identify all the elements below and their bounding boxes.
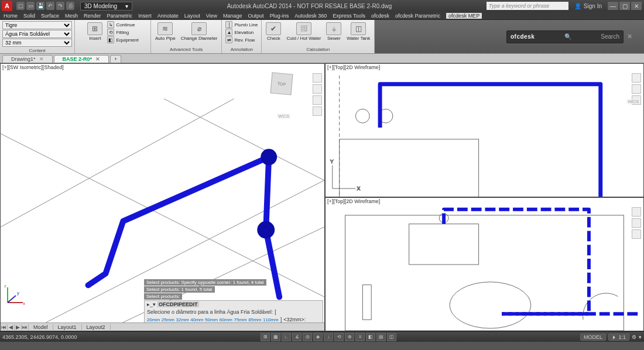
viewport-label-tr[interactable]: [+][Top][2D Wireframe] [326, 64, 381, 70]
polar-toggle[interactable]: ∡ [292, 333, 302, 341]
qat-open-icon[interactable]: ▭ [26, 2, 35, 10]
cmd-options[interactable]: 20mm 25mm 32mm 40mm 50mm 60mm 75mm 85mm … [147, 317, 279, 322]
menu-express-tools[interactable]: Express Tools [333, 13, 365, 19]
app-logo[interactable]: A [2, 1, 12, 11]
qat-new-icon[interactable]: ▢ [16, 2, 25, 10]
anno-scale-button[interactable]: ⏵ 1:1 [608, 334, 629, 341]
dyn-toggle[interactable]: ⊕ [345, 333, 354, 341]
cmd-option[interactable]: 20mm [147, 317, 160, 322]
workspace-combo[interactable]: 3D Modeling ▾ [80, 2, 132, 11]
viewport-sw-isometric[interactable]: [+][SW Isometric][Shaded] TOP WCS [0, 63, 325, 331]
menu-parametric[interactable]: Parametric [107, 13, 133, 19]
fitting-button[interactable]: ⟲Fitting [106, 29, 139, 36]
cmd-option[interactable]: 60mm [220, 317, 232, 322]
cmd-option[interactable]: 25mm [162, 317, 174, 322]
doc-tab[interactable]: Drawing1*✕ [2, 55, 53, 63]
menu-view[interactable]: View [206, 13, 217, 19]
qat-print-icon[interactable]: ⎙ [66, 2, 74, 10]
layout-tab-model[interactable]: Model [29, 324, 53, 330]
ofc-close-icon[interactable]: ✕ [627, 33, 632, 40]
menu-home[interactable]: Home [4, 13, 18, 19]
help-search-input[interactable]: Type a keyword or phrase [487, 2, 568, 10]
layout-next-icon[interactable]: ▶ [15, 324, 22, 330]
menu-layout[interactable]: Layout [184, 13, 200, 19]
layout-prev-icon[interactable]: ◀ [8, 324, 15, 330]
menu-manage[interactable]: Manage [223, 13, 242, 19]
watertank-icon: ◫ [351, 22, 366, 35]
ortho-toggle[interactable]: ∟ [282, 333, 291, 341]
content-combo-line[interactable]: Água Fria Soldável [2, 30, 72, 38]
sc-toggle[interactable]: ◫ [387, 333, 396, 341]
3dosnap-toggle[interactable]: ◈ [313, 333, 323, 341]
layout-tab-2[interactable]: Layout2 [82, 324, 111, 330]
layout-last-icon[interactable]: ⏭ [22, 324, 29, 330]
menu-plug-ins[interactable]: Plug-ins [270, 13, 289, 19]
menu-ofcdesk-mep[interactable]: ofcdesk MEP [446, 13, 482, 19]
viewport-top-right[interactable]: [+][Top][2D Wireframe] WCS Y X [325, 63, 644, 197]
plumbline-button[interactable]: │Plumb Line [224, 21, 259, 28]
qat-redo-icon[interactable]: ↷ [56, 2, 64, 10]
menu-output[interactable]: Output [248, 13, 264, 19]
osnap-toggle[interactable]: ◎ [303, 333, 312, 341]
menu-ofcdesk[interactable]: ofcdesk [371, 13, 389, 19]
layout-first-icon[interactable]: ⏮ [1, 324, 8, 330]
command-line[interactable]: Select products: Specify opposite corner… [144, 279, 323, 324]
cmd-option[interactable]: 40mm [190, 317, 203, 322]
menu-insert[interactable]: Insert [138, 13, 152, 19]
maximize-button[interactable]: ▢ [619, 2, 630, 10]
coldhot-button[interactable]: ⛆Cold / Hot Water [285, 21, 323, 42]
revflow-button[interactable]: ⇄Rev. Flow [224, 36, 259, 43]
cmd-name: OFCDPIPEEDIT [157, 301, 199, 307]
menu-ofcdesk-parametric[interactable]: ofcdesk Parametric [395, 13, 440, 19]
close-icon[interactable]: ✕ [95, 56, 100, 62]
ducs-toggle[interactable]: ⟲ [334, 333, 344, 341]
viewport-bottom-right[interactable]: [+][Top][2D Wireframe] [325, 197, 644, 331]
new-tab-button[interactable]: + [110, 55, 121, 63]
close-button[interactable]: ✕ [631, 2, 642, 10]
layout-tab-1[interactable]: Layout1 [53, 324, 82, 330]
watertank-button[interactable]: ◫Water Tank [345, 21, 372, 42]
menu-solid[interactable]: Solid [23, 13, 35, 19]
tpy-toggle[interactable]: ◧ [366, 333, 375, 341]
change-diameter-button[interactable]: ⌀Change Diameter [179, 21, 220, 42]
cmd-option[interactable]: 50mm [205, 317, 218, 322]
menu-annotate[interactable]: Annotate [157, 13, 179, 19]
qat-undo-icon[interactable]: ↶ [46, 2, 54, 10]
menu-surface[interactable]: Surface [41, 13, 59, 19]
continue-button[interactable]: ↳Continue [106, 21, 139, 28]
content-combo-diameter[interactable]: 32 mm [2, 39, 72, 47]
menu-mesh[interactable]: Mesh [65, 13, 78, 19]
status-gear-icon[interactable]: ⚙ [632, 334, 636, 340]
content-combo-manufacturer[interactable]: Tigre [2, 21, 72, 29]
minimize-button[interactable]: — [608, 2, 618, 10]
viewport-label-br[interactable]: [+][Top][2D Wireframe] [326, 198, 381, 204]
equipment-button[interactable]: ◧Equipment [106, 36, 139, 43]
snap-toggle[interactable]: ⊞ [261, 333, 270, 341]
ofcdesk-search[interactable]: ofcdesk 🔍 Search [506, 30, 624, 43]
cmd-option[interactable]: 32mm [176, 317, 189, 322]
menu-render[interactable]: Render [84, 13, 101, 19]
qp-toggle[interactable]: ▤ [376, 333, 386, 341]
sewer-button[interactable]: ⏚Sewer [324, 21, 343, 42]
grid-toggle[interactable]: ▦ [271, 333, 280, 341]
otrack-toggle[interactable]: ⟂ [324, 333, 333, 341]
viewport-label-left[interactable]: [+][SW Isometric][Shaded] [1, 64, 65, 70]
close-icon[interactable]: ✕ [39, 56, 44, 62]
model-space-button[interactable]: MODEL [580, 334, 606, 341]
qat-save-icon[interactable]: 💾 [36, 2, 44, 10]
status-tray-icon[interactable]: ▾ [639, 334, 642, 340]
doc-tab[interactable]: BASE 2-R0*✕ [54, 55, 109, 63]
check-button[interactable]: ✔Check [264, 21, 283, 42]
cmd-history-3: Select products: [144, 293, 182, 300]
insert-button[interactable]: ⊞ Insert [85, 21, 104, 42]
autopipe-button[interactable]: ≋Auto Pipe [153, 21, 177, 42]
lwt-toggle[interactable]: ≡ [355, 333, 365, 341]
signin-avatar-icon[interactable]: 👤 [574, 3, 581, 9]
cmd-option[interactable]: 85mm [248, 317, 261, 322]
cmd-caret-icon: ▸_▾ [147, 301, 156, 307]
cmd-option[interactable]: 110mm [263, 317, 279, 322]
cmd-option[interactable]: 75mm [234, 317, 247, 322]
elevation-button[interactable]: ▲Elevation [224, 29, 259, 36]
menu-autodesk-360[interactable]: Autodesk 360 [294, 13, 327, 19]
signin-link[interactable]: Sign In [584, 3, 602, 9]
